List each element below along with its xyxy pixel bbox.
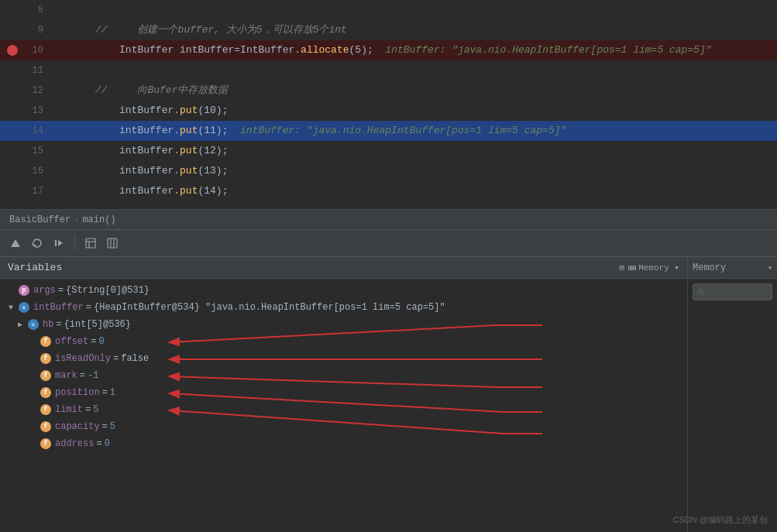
var-name-isreadonly: isReadOnly xyxy=(55,353,111,364)
search-icon xyxy=(698,288,705,296)
refresh-button[interactable] xyxy=(28,234,46,252)
watermark: CSDN @编码路上的某创 xyxy=(673,514,768,526)
var-val-isreadonly: false xyxy=(121,353,149,364)
line-number-12: 12 xyxy=(22,81,53,101)
var-val-offset: 0 xyxy=(98,336,104,347)
var-item-address[interactable]: f address = 0 xyxy=(0,435,687,452)
svg-rect-3 xyxy=(86,239,95,248)
breadcrumb-class: BasicBuffer xyxy=(9,215,70,225)
expand-panel-button[interactable]: ⊞ xyxy=(620,263,625,273)
var-val-capacity: 5 xyxy=(110,421,115,432)
step-button[interactable] xyxy=(50,234,68,252)
var-expand-capacity xyxy=(28,422,37,431)
variables-panel: Variables ⊞ Memory ▾ p args = {String[0]… xyxy=(0,257,688,532)
var-expand-limit xyxy=(28,405,37,414)
var-name-limit: limit xyxy=(55,404,83,415)
var-item-hb[interactable]: ▶ ≡ hb = {int[5]@536} xyxy=(0,316,687,333)
breadcrumb: BasicBuffer › main() xyxy=(0,209,777,229)
variables-header: Variables ⊞ Memory ▾ xyxy=(0,257,687,279)
toolbar-separator xyxy=(74,235,75,251)
var-item-position[interactable]: f position = 1 xyxy=(0,384,687,401)
variables-title: Variables xyxy=(8,262,62,273)
memory-panel: Memory ▾ xyxy=(688,257,777,532)
variables-list: p args = {String[0]@531} ▼ ≡ intBuffer =… xyxy=(0,279,687,532)
var-name-hb: hb xyxy=(43,319,53,330)
svg-marker-2 xyxy=(58,240,63,246)
var-icon-mark: f xyxy=(40,370,51,381)
line-number-13: 13 xyxy=(22,101,53,121)
var-expand-isreadonly xyxy=(28,354,37,363)
var-name-capacity: capacity xyxy=(55,421,100,432)
code-line-17: 17 intBuffer.put(14); xyxy=(0,181,777,201)
var-name-position: position xyxy=(55,387,100,398)
var-expand-mark xyxy=(28,371,37,380)
line-number-15: 15 xyxy=(22,141,53,161)
var-expand-offset xyxy=(28,337,37,346)
line-content-17: intBuffer.put(14); xyxy=(53,161,777,209)
var-val-intbuffer: {HeapIntBuffer@534} "java.nio.HeapIntBuf… xyxy=(94,302,445,313)
line-gutter-10 xyxy=(0,45,22,56)
code-classname-10: IntBuffer xyxy=(119,44,174,56)
line-number-10: 10 xyxy=(22,40,53,60)
var-icon-isreadonly: f xyxy=(40,353,51,364)
var-item-intbuffer[interactable]: ▼ ≡ intBuffer = {HeapIntBuffer@534} "jav… xyxy=(0,299,687,316)
var-val-args: {String[0]@531} xyxy=(66,285,150,296)
var-val-address: 0 xyxy=(105,438,110,449)
var-icon-capacity: f xyxy=(40,421,51,432)
var-item-offset[interactable]: f offset = 0 xyxy=(0,333,687,350)
line-number-9: 9 xyxy=(22,20,53,40)
code-text-10a xyxy=(95,44,119,56)
var-val-hb: {int[5]@536} xyxy=(64,319,131,330)
var-name-intbuffer: intBuffer xyxy=(33,302,84,313)
var-expand-hb: ▶ xyxy=(15,320,25,329)
svg-point-13 xyxy=(699,290,703,293)
var-icon-position: f xyxy=(40,387,51,398)
memory-search-box[interactable] xyxy=(693,283,772,300)
columns-button[interactable] xyxy=(103,234,122,252)
var-icon-args: p xyxy=(19,285,29,296)
var-icon-hb: ≡ xyxy=(28,319,39,330)
table-button[interactable] xyxy=(81,234,100,252)
memory-label: Memory ▾ xyxy=(638,263,679,273)
var-name-address: address xyxy=(55,438,94,449)
svg-rect-1 xyxy=(55,240,57,246)
var-expand-address xyxy=(28,439,37,448)
debug-toolbar xyxy=(0,229,777,257)
var-item-capacity[interactable]: f capacity = 5 xyxy=(0,418,687,435)
up-button[interactable] xyxy=(6,234,25,252)
var-icon-offset: f xyxy=(40,336,51,347)
var-item-args[interactable]: p args = {String[0]@531} xyxy=(0,282,687,299)
line-number-8: 8 xyxy=(22,0,53,20)
line-number-11: 11 xyxy=(22,60,53,81)
memory-search-input[interactable] xyxy=(708,287,767,297)
var-item-isreadonly[interactable]: f isReadOnly = false xyxy=(0,350,687,367)
var-expand-position xyxy=(28,388,37,397)
var-val-limit: 5 xyxy=(93,404,98,415)
breakpoint-dot-10[interactable] xyxy=(7,45,18,56)
line-number-14: 14 xyxy=(22,121,53,141)
var-icon-address: f xyxy=(40,438,51,449)
code-editor: 8 9 // 创建一个buffer, 大小为5，可以存放5个int 10 Int… xyxy=(0,0,777,209)
variables-header-right: ⊞ Memory ▾ xyxy=(620,263,679,273)
var-icon-intbuffer: ≡ xyxy=(19,302,29,313)
breadcrumb-method: main() xyxy=(82,215,115,225)
svg-marker-0 xyxy=(11,239,20,247)
var-icon-limit: f xyxy=(40,404,51,415)
memory-title: Memory xyxy=(693,263,726,273)
var-name-offset: offset xyxy=(55,336,88,347)
var-name-mark: mark xyxy=(55,370,77,381)
memory-header: Memory ▾ xyxy=(688,257,777,279)
line-number-17: 17 xyxy=(22,181,53,201)
debug-panel: Variables ⊞ Memory ▾ p args = {String[0]… xyxy=(0,257,777,532)
svg-line-14 xyxy=(703,293,704,294)
var-item-mark[interactable]: f mark = -1 xyxy=(0,367,687,384)
var-item-limit[interactable]: f limit = 5 xyxy=(0,401,687,418)
var-name-args: args xyxy=(33,285,56,296)
var-expand-intbuffer: ▼ xyxy=(6,303,15,312)
svg-rect-6 xyxy=(108,239,117,248)
line-number-16: 16 xyxy=(22,161,53,181)
var-val-position: 1 xyxy=(110,387,115,398)
var-expand-args xyxy=(6,286,15,295)
var-val-mark: -1 xyxy=(88,370,98,381)
memory-button[interactable]: Memory ▾ xyxy=(627,263,679,273)
